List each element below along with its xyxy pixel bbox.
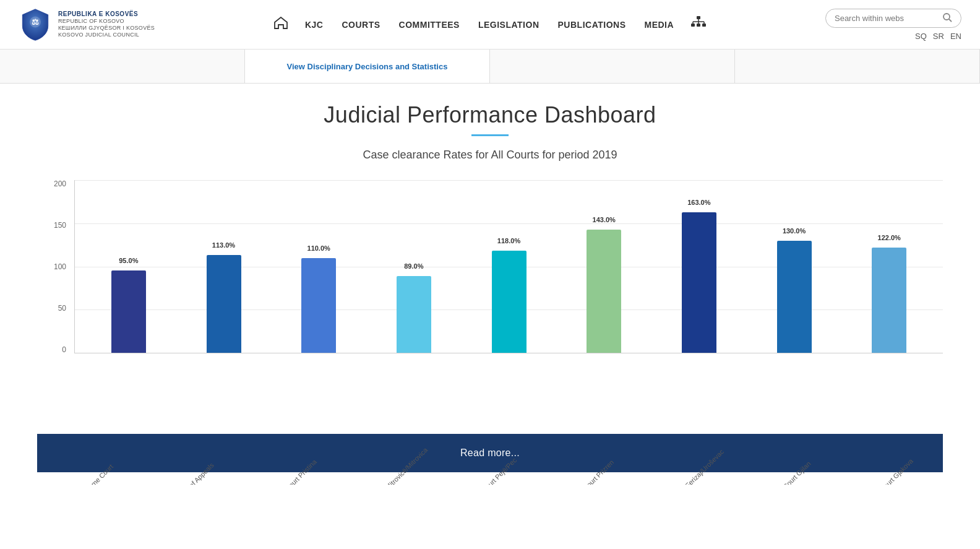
y-label-150: 150 (54, 222, 66, 229)
lang-sr[interactable]: SR (933, 32, 944, 41)
bar-group-1: 113.0% (176, 180, 272, 353)
bar-3[interactable]: 89.0% (397, 276, 431, 353)
bar-value-label-5: 143.0% (593, 216, 616, 223)
bar-value-label-7: 130.0% (783, 227, 806, 235)
x-label-group-7: Basic Court Gjilan (738, 474, 837, 485)
bar-value-label-3: 89.0% (404, 262, 423, 270)
svg-rect-2 (697, 16, 700, 19)
bar-group-0: 95.0% (81, 180, 176, 353)
y-label-200: 200 (54, 180, 66, 188)
x-labels: Supreme CourtCourt of AppealsBasic Court… (37, 474, 943, 485)
nav-kjc[interactable]: KJC (298, 16, 331, 33)
bar-value-label-4: 118.0% (497, 237, 520, 244)
x-label-group-5: Basic Court Prizren (539, 474, 638, 485)
cards-strip: View Disciplinary Decisions and Statisti… (0, 50, 980, 84)
header-right: SQ SR EN (825, 9, 961, 41)
svg-rect-3 (691, 24, 695, 27)
bar-group-3: 89.0% (366, 180, 462, 353)
bar-0[interactable]: 95.0% (111, 270, 146, 353)
svg-rect-5 (702, 24, 706, 27)
bar-7[interactable]: 130.0% (777, 241, 812, 353)
search-box[interactable] (825, 9, 961, 28)
title-underline (471, 134, 509, 136)
chart-inner: 95.0%113.0%110.0%89.0%118.0%143.0%163.0%… (74, 180, 943, 353)
site-header: ⚖ REPUBLIKA E KOSOVËS REPUBLIC OF KOSOVO… (0, 0, 980, 50)
bar-value-label-2: 110.0% (307, 244, 330, 252)
logo-shield-icon: ⚖ (19, 8, 52, 41)
bar-value-label-1: 113.0% (212, 241, 235, 249)
card-item-4[interactable] (735, 50, 980, 83)
nav-committees[interactable]: COMMITTEES (392, 16, 467, 33)
x-label-group-4: Basic Court Pejë/Pec (441, 474, 539, 485)
bar-1[interactable]: 113.0% (207, 255, 241, 353)
nav-publications[interactable]: PUBLICATIONS (551, 16, 634, 33)
bar-group-6: 163.0% (651, 180, 747, 353)
x-label-group-1: Court of Appeals (142, 474, 241, 485)
chart-subtitle: Case clearance Rates for All Courts for … (37, 149, 943, 162)
main-content: Judicial Performance Dashboard Case clea… (0, 84, 980, 485)
y-label-100: 100 (54, 263, 66, 270)
dashboard-title: Judicial Performance Dashboard (37, 102, 943, 128)
bar-5[interactable]: 143.0% (587, 230, 621, 353)
bar-8[interactable]: 122.0% (872, 248, 906, 353)
search-input[interactable] (835, 14, 942, 23)
y-label-0: 0 (62, 346, 66, 353)
svg-point-11 (943, 14, 950, 20)
bar-group-4: 118.0% (462, 180, 557, 353)
bar-2[interactable]: 110.0% (301, 258, 336, 353)
bar-value-label-8: 122.0% (878, 234, 901, 241)
x-label-group-0: Supreme Court (43, 474, 142, 485)
search-icon (942, 12, 952, 24)
x-label-group-6: Basic Court Ferizaj/Uroševac (639, 474, 738, 485)
x-label-group-2: Basic Court Pristina (242, 474, 341, 485)
card-item-2[interactable]: View Disciplinary Decisions and Statisti… (245, 50, 490, 83)
x-label-group-8: Basic Court Gjakova (838, 474, 937, 485)
bar-group-5: 143.0% (556, 180, 651, 353)
lang-switcher: SQ SR EN (915, 32, 961, 41)
nav-media[interactable]: MEDIA (637, 16, 681, 33)
nav-courts[interactable]: COURTS (334, 16, 387, 33)
bars-area: 95.0%113.0%110.0%89.0%118.0%143.0%163.0%… (75, 180, 943, 353)
chart-container: 200 150 100 50 0 95.0%113.0%110.0%89.0%1… (37, 180, 943, 415)
bar-group-7: 130.0% (747, 180, 842, 353)
y-axis: 200 150 100 50 0 (37, 180, 71, 353)
nav-legislation[interactable]: LEGISLATION (471, 16, 547, 33)
card-item-1[interactable] (0, 50, 245, 83)
home-nav-button[interactable] (268, 13, 294, 36)
bar-value-label-0: 95.0% (119, 257, 138, 264)
main-nav: KJC COURTS COMMITTEES LEGISLATION PUBLIC… (268, 12, 712, 37)
bar-4[interactable]: 118.0% (492, 251, 527, 353)
svg-text:⚖: ⚖ (32, 18, 39, 27)
logo-area[interactable]: ⚖ REPUBLIKA E KOSOVËS REPUBLIC OF KOSOVO… (19, 8, 155, 41)
svg-line-12 (949, 19, 952, 22)
lang-en[interactable]: EN (950, 32, 961, 41)
card-item-3[interactable] (490, 50, 735, 83)
logo-text: REPUBLIKA E KOSOVËS REPUBLIC OF KOSOVO К… (58, 11, 155, 38)
org-chart-icon[interactable] (685, 12, 712, 37)
bar-group-2: 110.0% (271, 180, 366, 353)
x-label-group-3: Basic Court Mitrovicë/Mitrovica (341, 474, 440, 485)
svg-rect-4 (697, 24, 700, 27)
lang-sq[interactable]: SQ (915, 32, 927, 41)
bar-6[interactable]: 163.0% (682, 212, 716, 353)
y-label-50: 50 (58, 305, 66, 312)
bar-value-label-6: 163.0% (687, 199, 710, 206)
bar-group-8: 122.0% (841, 180, 937, 353)
